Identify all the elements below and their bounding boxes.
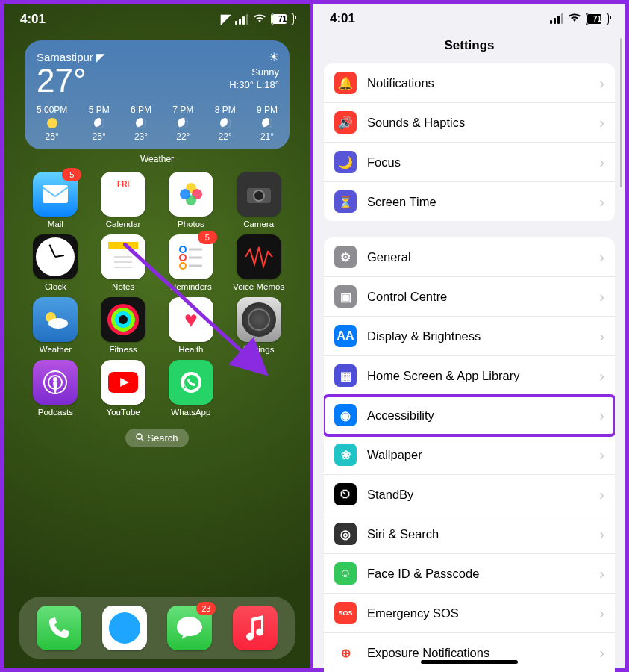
calendar-icon: FRI10 (101, 172, 145, 217)
weather-hour: 5 PM25° (89, 105, 110, 142)
settings-row-accessibility[interactable]: ◉Accessibility› (324, 396, 615, 435)
app-reminders[interactable]: 5Reminders (157, 234, 225, 291)
search-icon (136, 432, 144, 444)
app-calendar[interactable]: FRI10Calendar (90, 172, 157, 228)
home-indicator[interactable] (421, 660, 518, 664)
moon-icon (220, 118, 231, 128)
photos-icon (169, 172, 213, 217)
app-fitness[interactable]: Fitness (90, 297, 157, 354)
notes-icon (101, 234, 145, 279)
weather-condition: ☀ Sunny H:30° L:18° (229, 49, 279, 92)
settings-screen: 4:01 71 Settings 🔔Notifications›🔊Sounds … (312, 2, 627, 670)
chevron-right-icon: › (599, 407, 604, 424)
youtube-icon (101, 360, 145, 405)
messages-icon: 23 (167, 606, 212, 650)
settings-row-focus[interactable]: 🌙Focus› (324, 143, 615, 182)
weather-hour: 8 PM22° (215, 105, 236, 142)
settings-row-emergency-sos[interactable]: SOSEmergency SOS› (324, 594, 615, 633)
app-settings[interactable]: Settings (225, 297, 292, 354)
settings-row-exposure-notifications[interactable]: ⊕Exposure Notifications› (324, 633, 615, 672)
app-voice-memos[interactable]: Voice Memos (225, 234, 292, 291)
settings-row-notifications[interactable]: 🔔Notifications› (324, 63, 615, 103)
app-label: YouTube (107, 408, 140, 417)
row-icon: ⏳ (334, 190, 357, 213)
app-phone[interactable]: Phone (37, 606, 81, 650)
search-label: Search (147, 432, 178, 444)
app-clock[interactable]: Clock (22, 234, 90, 291)
settings-row-general[interactable]: ⚙General› (324, 237, 615, 277)
svg-point-15 (180, 263, 186, 269)
svg-point-24 (137, 434, 142, 439)
voice-memos-icon (237, 234, 281, 279)
app-label: Voice Memos (233, 282, 284, 291)
row-label: Display & Brightness (367, 329, 589, 343)
whatsapp-icon (169, 360, 213, 405)
app-mail[interactable]: 5Mail (22, 172, 90, 228)
app-label: Camera (243, 220, 274, 228)
wifi-icon (253, 12, 266, 27)
music-icon (233, 606, 278, 650)
chevron-right-icon: › (599, 154, 604, 171)
svg-line-25 (142, 439, 144, 441)
weather-widget[interactable]: Samastipur ◤ 27° ☀ Sunny H:30° L:18° 5:0… (25, 40, 290, 149)
chevron-right-icon: › (599, 447, 604, 464)
settings-row-standby[interactable]: ⏲StandBy› (324, 475, 615, 514)
settings-row-face-id-passcode[interactable]: ☺Face ID & Passcode› (324, 554, 615, 594)
app-label: Reminders (170, 282, 212, 291)
settings-row-home-screen-app-library[interactable]: ▦Home Screen & App Library› (324, 356, 615, 396)
app-health[interactable]: ♥Health (157, 297, 225, 354)
chevron-right-icon: › (599, 249, 604, 266)
settings-row-siri-search[interactable]: ◎Siri & Search› (324, 514, 615, 554)
svg-rect-7 (108, 242, 138, 249)
cell-signal-icon (550, 13, 563, 24)
row-label: Accessibility (367, 408, 589, 423)
app-notes[interactable]: Notes (90, 234, 157, 291)
phone-icon (37, 606, 81, 650)
row-label: Screen Time (367, 195, 589, 209)
settings-row-sounds-haptics[interactable]: 🔊Sounds & Haptics› (324, 103, 615, 143)
app-whatsapp[interactable]: WhatsApp (157, 360, 225, 417)
app-label: Mail (48, 220, 63, 228)
chevron-right-icon: › (599, 526, 604, 543)
app-music[interactable]: Music (233, 606, 278, 650)
chevron-right-icon: › (599, 367, 604, 385)
home-screen: 4:01 ◤ 71 Samastipur ◤ 27° ☀ Sunny H:30°… (2, 2, 312, 670)
app-camera[interactable]: Camera (225, 172, 292, 228)
search-pill[interactable]: Search (125, 429, 188, 447)
fitness-icon (101, 297, 145, 342)
chevron-right-icon: › (599, 193, 604, 211)
settings-row-control-centre[interactable]: ▣Control Centre› (324, 277, 615, 317)
app-label: Calendar (106, 220, 141, 228)
row-icon: SOS (334, 602, 357, 624)
row-icon: ▣ (334, 285, 357, 308)
row-icon: AA (334, 325, 357, 347)
settings-row-wallpaper[interactable]: ❀Wallpaper› (324, 435, 615, 475)
location-icon: ◤ (221, 11, 231, 27)
svg-point-6 (254, 190, 264, 201)
settings-group-1: 🔔Notifications›🔊Sounds & Haptics›🌙Focus›… (324, 63, 615, 221)
app-messages[interactable]: 23Messages (167, 606, 212, 650)
row-label: Notifications (367, 76, 589, 90)
reminders-icon: 5 (169, 234, 213, 279)
chevron-right-icon: › (599, 644, 604, 662)
health-icon: ♥ (169, 297, 213, 342)
badge: 23 (196, 602, 216, 615)
row-label: General (367, 250, 589, 264)
app-podcasts[interactable]: Podcasts (22, 360, 90, 417)
row-label: Emergency SOS (367, 606, 589, 620)
badge: 5 (198, 231, 217, 244)
status-time: 4:01 (20, 12, 46, 27)
chevron-right-icon: › (599, 486, 604, 503)
app-youtube[interactable]: YouTube (90, 360, 157, 417)
row-label: Focus (367, 155, 589, 169)
app-photos[interactable]: Photos (157, 172, 225, 228)
row-label: Face ID & Passcode (367, 567, 589, 581)
moon-icon (178, 118, 188, 128)
app-safari[interactable]: Safari (102, 606, 147, 650)
row-icon: ▦ (334, 364, 357, 387)
row-icon: ◎ (334, 523, 357, 545)
app-weather[interactable]: Weather (22, 297, 90, 354)
settings-row-screen-time[interactable]: ⏳Screen Time› (324, 182, 615, 221)
settings-row-display-brightness[interactable]: AADisplay & Brightness› (324, 317, 615, 356)
row-label: Siri & Search (367, 527, 589, 541)
